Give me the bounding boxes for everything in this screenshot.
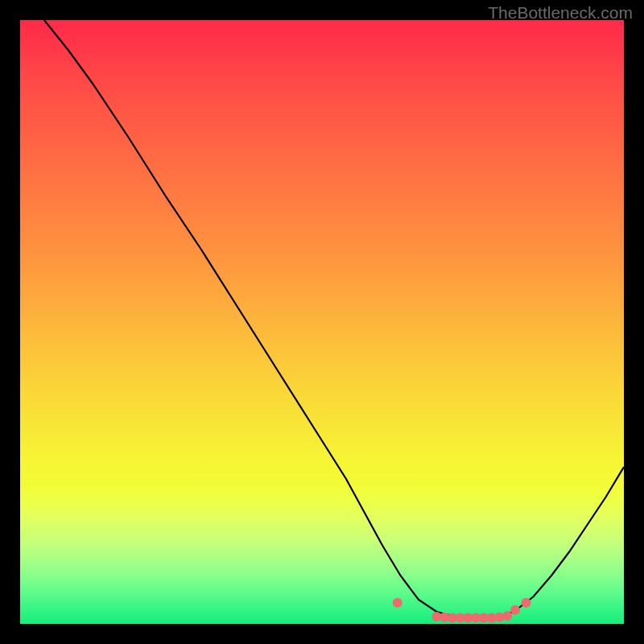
chart-plot-area [20, 20, 624, 624]
optimal-dot [510, 605, 520, 615]
optimal-dot [502, 611, 512, 621]
optimal-dot [393, 598, 402, 608]
curve-group [44, 20, 624, 618]
chart-svg [20, 20, 624, 624]
optimal-dot [522, 598, 531, 608]
optimal-dots-group [393, 598, 531, 623]
watermark-text: TheBottleneck.com [488, 3, 633, 23]
bottleneck-curve [44, 20, 624, 618]
